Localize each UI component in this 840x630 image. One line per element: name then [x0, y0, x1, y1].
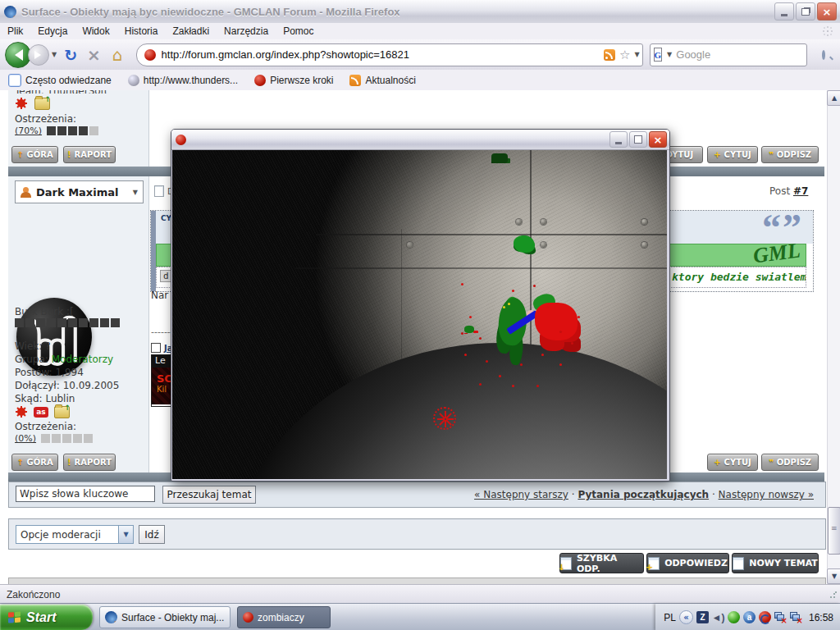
restore-button[interactable] — [796, 2, 815, 21]
topic-search-input[interactable] — [16, 486, 155, 502]
odpisz-button-top[interactable]: ❞ ODPISZ — [761, 146, 819, 163]
zonealarm-icon[interactable]: Z — [696, 611, 709, 623]
home-button[interactable]: ⌂ — [112, 45, 123, 65]
url-bar[interactable]: ☆ ▼ — [136, 43, 643, 66]
menu-narzedzia[interactable]: Narzędzia — [217, 24, 276, 39]
next-topic-link[interactable]: Następny nowszy » — [719, 489, 814, 500]
warnings-percent-link[interactable]: (70%) — [15, 126, 42, 136]
game-minimize-button[interactable] — [609, 131, 628, 148]
person-icon — [21, 187, 31, 198]
site-favicon — [144, 49, 156, 61]
scroll-up-button[interactable]: ▲ — [827, 90, 840, 106]
gora-button-bottom[interactable]: ↑ GÓRA — [11, 454, 58, 471]
go-button[interactable]: Idź — [139, 525, 165, 544]
rss-icon[interactable] — [604, 49, 615, 61]
scrollbar-thumb[interactable] — [828, 507, 840, 555]
menu-zakladki[interactable]: Zakładki — [165, 24, 217, 39]
menu-plik[interactable]: Plik — [0, 24, 30, 39]
gora-label: GÓRA — [27, 150, 53, 159]
game-window-titlebar[interactable]: × — [171, 130, 669, 150]
url-input[interactable] — [160, 48, 601, 62]
reply-button[interactable]: + ODPOWIEDZ — [646, 553, 729, 573]
web-search-input[interactable] — [674, 48, 822, 62]
network-disconnected-icon[interactable]: × — [790, 611, 802, 623]
virus-icon[interactable] — [15, 97, 28, 110]
topic-search-button[interactable]: Przeszukaj temat — [162, 486, 256, 504]
raport-button-bottom[interactable]: ! RAPORT — [63, 454, 116, 471]
raport-button[interactable]: ! RAPORT — [63, 146, 116, 163]
minimize-button[interactable] — [774, 2, 794, 21]
resize-grip[interactable] — [829, 590, 838, 600]
bookmark-star-icon[interactable]: ☆ — [619, 48, 630, 62]
a-program-icon[interactable]: a — [743, 611, 756, 623]
globe-icon — [128, 75, 139, 86]
task-firefox[interactable]: Surface - Obiekty maj... — [99, 606, 231, 628]
bookmark-label: Pierwsze kroki — [270, 75, 333, 86]
game-window[interactable]: × — [171, 129, 670, 482]
search-icon[interactable] — [822, 50, 825, 60]
cytuj-button-bottom[interactable]: + CYTUJ — [707, 454, 758, 471]
start-button[interactable]: Start — [0, 605, 93, 630]
volume-icon[interactable]: ◄) — [712, 611, 724, 623]
language-indicator[interactable]: PL — [664, 612, 676, 623]
new-topic-button[interactable]: NOWY TEMAT — [732, 553, 819, 573]
menu-historia[interactable]: Historia — [117, 24, 166, 39]
bookmark-pierwsze-kroki[interactable]: Pierwsze kroki — [246, 75, 341, 86]
search-box[interactable]: G ▼ — [650, 43, 807, 66]
field-postow: Postów: 1,994 — [15, 367, 84, 378]
moderation-select[interactable]: Opcje moderacji ▼ — [16, 525, 134, 544]
post-number-link[interactable]: #7 — [793, 185, 808, 197]
menu-edycja[interactable]: Edycja — [30, 24, 75, 39]
game-maximize-button[interactable] — [629, 131, 647, 148]
bookmark-label: http://www.thunders... — [144, 75, 238, 86]
odpisz-button-bottom[interactable]: ❞ ODPISZ — [761, 454, 819, 471]
minimize-icon — [781, 14, 788, 16]
folder-icon[interactable] — [34, 98, 50, 110]
cytuj-button-top[interactable]: + CYTUJ — [707, 146, 758, 163]
bookmark-thunders[interactable]: http://www.thunders... — [120, 75, 246, 86]
author-dropdown[interactable]: Dark Maximal ▼ — [15, 180, 144, 203]
window-title: Surface - Obiekty mają byc niewidoczne -… — [21, 6, 774, 18]
vertical-scrollbar[interactable]: ▲ ▼ — [827, 90, 840, 584]
forward-button[interactable] — [28, 44, 49, 66]
signature-checkbox[interactable] — [151, 343, 161, 353]
search-engine-dropdown-icon[interactable]: ▼ — [667, 51, 672, 58]
red-ball-icon — [243, 612, 253, 623]
gadu-gadu-icon[interactable] — [728, 611, 740, 623]
quick-reply-button[interactable]: ↓ SZYBKA ODP. — [559, 553, 644, 573]
code-text: ktory bedzie swiatlem — [672, 271, 806, 283]
audioscrobbler-icon[interactable]: as — [34, 407, 48, 418]
screen: Surface - Obiekty mają byc niewidoczne -… — [0, 0, 840, 630]
antivirus-icon[interactable] — [759, 611, 771, 623]
post-label: Post — [769, 185, 790, 197]
close-button[interactable]: × — [817, 2, 837, 21]
new-topic-label: NOWY TEMAT — [749, 558, 818, 568]
field-grupa: Grupa: Moderatorzy — [15, 354, 113, 365]
gora-button[interactable]: ↑ GÓRA — [11, 146, 58, 163]
signature-divider: -------------------- — [151, 326, 171, 337]
prev-topic-link[interactable]: « Następny starszy — [474, 489, 568, 500]
browser-titlebar: Surface - Obiekty mają byc niewidoczne -… — [0, 0, 840, 24]
game-viewport[interactable] — [172, 150, 667, 479]
network-disconnected-icon[interactable]: × — [774, 611, 787, 623]
bookmark-czesto-odwiedzane[interactable]: Często odwiedzane — [0, 74, 120, 87]
stop-button[interactable]: × — [87, 45, 101, 65]
game-close-button[interactable]: × — [649, 131, 667, 148]
forum-link[interactable]: Pytania początkujących — [578, 489, 709, 500]
virus-icon[interactable] — [15, 405, 28, 418]
back-icon — [9, 49, 23, 61]
task-zombiaczy[interactable]: zombiaczy — [237, 606, 331, 628]
bookmark-aktualnosci[interactable]: Aktualności — [341, 75, 423, 86]
url-dropdown-icon[interactable]: ▼ — [634, 51, 639, 58]
moderation-bar: Opcje moderacji ▼ Idź — [8, 518, 826, 550]
reload-button[interactable]: ↻ — [64, 46, 77, 64]
hide-icons-chevron[interactable]: « — [679, 610, 693, 624]
warnings-percent-link[interactable]: (0%) — [15, 433, 36, 444]
menu-pomoc[interactable]: Pomoc — [276, 24, 321, 39]
throbber-icon — [822, 25, 833, 37]
folder-icon[interactable] — [54, 406, 70, 418]
paper-icon — [733, 557, 744, 570]
scroll-down-button[interactable]: ▼ — [827, 568, 840, 584]
history-dropdown-icon[interactable]: ▼ — [52, 51, 57, 58]
menu-widok[interactable]: Widok — [75, 24, 116, 39]
